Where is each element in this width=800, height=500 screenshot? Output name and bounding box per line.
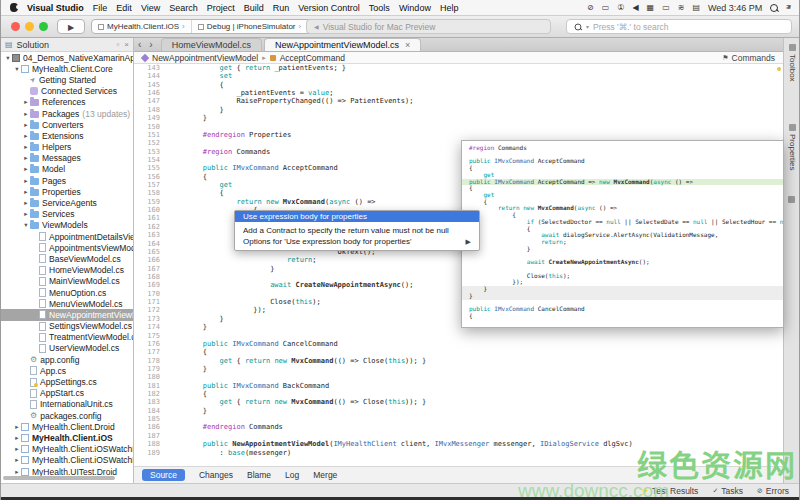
tree-item-settingsviewmodel-cs[interactable]: SettingsViewModel.cs (1, 321, 133, 332)
statusbar-test-results[interactable]: ⚡Test Results (640, 486, 698, 496)
display-icon[interactable]: ▭ (602, 3, 610, 13)
vcs-tab-merge[interactable]: Merge (313, 470, 337, 480)
menu-help[interactable]: Help (440, 3, 459, 13)
run-button[interactable]: ▶ (57, 19, 85, 34)
expander-icon[interactable]: ▸ (22, 177, 30, 185)
expander-icon[interactable]: ▸ (22, 188, 30, 196)
menu-visual-studio[interactable]: Visual Studio (27, 3, 84, 13)
menu-view[interactable]: View (141, 3, 160, 13)
expander-icon[interactable]: ▸ (22, 121, 30, 129)
tab-newappointmentviewmodel-cs[interactable]: NewAppointmentViewModel.cs× (264, 38, 421, 51)
menu-version-control[interactable]: Version Control (298, 3, 360, 13)
tree-item-services[interactable]: ▸Services (1, 209, 133, 220)
battery-icon[interactable]: ▤ (692, 3, 700, 13)
expander-icon[interactable]: ▸ (22, 210, 30, 218)
menubar-clock[interactable]: Wed 3:46 PM (708, 3, 762, 13)
expander-icon[interactable]: ▸ (22, 199, 30, 207)
tree-item-properties[interactable]: ▸Properties (1, 186, 133, 197)
expander-icon[interactable]: ▸ (13, 434, 21, 442)
tree-item-extensions[interactable]: ▸Extensions (1, 130, 133, 141)
apple-icon[interactable] (10, 3, 18, 12)
tree-item-myhealth-client-ioswatchkitapp[interactable]: ▸MyHealth.Client.iOSWatchKitApp (1, 444, 133, 455)
panel-tab-properties[interactable]: Properties (788, 124, 797, 170)
tree-item-myhealth-client-droid[interactable]: ▸MyHealth.Client.Droid (1, 421, 133, 432)
wifi-icon[interactable]: ≋ (678, 3, 685, 13)
panel-tab-icon[interactable] (788, 196, 795, 203)
breadcrumb-member[interactable]: AcceptCommand (280, 53, 345, 63)
do-not-disturb-icon[interactable]: ⊘ (587, 3, 594, 13)
minimize-window-button[interactable] (25, 22, 34, 31)
tree-item-converters[interactable]: ▸Converters (1, 119, 133, 130)
popup-item-add-a-contract-to-specify-the-return-value-must-not-be-null[interactable]: Add a Contract to specify the return val… (235, 226, 479, 237)
expander-icon[interactable]: ▸ (22, 154, 30, 162)
airplay-display-icon[interactable]: ▭ (662, 3, 670, 13)
tree-item-serviceagents[interactable]: ▸ServiceAgents (1, 197, 133, 208)
tree-item-appsettings-cs[interactable]: AppSettings.cs (1, 376, 133, 387)
spotlight-search-icon[interactable] (770, 4, 778, 12)
vcs-tab-log[interactable]: Log (285, 470, 299, 480)
tree-item-appstart-cs[interactable]: AppStart.cs (1, 388, 133, 399)
tree-item-menuoption-cs[interactable]: MenuOption.cs (1, 287, 133, 298)
tab-overflow-icon[interactable]: ▾ (787, 3, 791, 11)
tree-item-userviewmodel-cs[interactable]: UserViewModel.cs (1, 343, 133, 354)
zoom-window-button[interactable] (39, 22, 48, 31)
expander-icon[interactable]: ▸ (13, 445, 21, 453)
notification-one-icon[interactable]: ① (617, 3, 624, 13)
expander-icon[interactable]: ▸ (22, 165, 30, 173)
tree-item-homeviewmodel-cs[interactable]: HomeViewModel.cs (1, 265, 133, 276)
menu-run[interactable]: Run (273, 3, 290, 13)
tree-item-appointmentdetailsviewmodel-cs[interactable]: AppointmentDetailsViewModel.cs (1, 231, 133, 242)
tree-item-connected-services[interactable]: Connected Services (1, 86, 133, 97)
notification-message[interactable]: ◀ Visual Studio for Mac Preview (306, 19, 551, 34)
tree-item-helpers[interactable]: ▸Helpers (1, 142, 133, 153)
breadcrumb-class[interactable]: NewAppointmentViewModel (152, 53, 258, 63)
close-tab-icon[interactable]: × (405, 40, 410, 50)
popup-selected-item[interactable]: Use expression body for properties (235, 211, 479, 222)
expander-icon[interactable]: ▸ (22, 110, 30, 118)
tree-item-packages[interactable]: ▸Packages(13 updates) (1, 108, 133, 119)
expander-icon[interactable]: ▾ (4, 54, 12, 62)
tab-homeviewmodel-cs[interactable]: HomeViewModel.cs (161, 38, 262, 51)
keyboard-icon[interactable]: ▦ (647, 3, 655, 13)
dock-pad-icon[interactable]: ▫ (116, 40, 119, 49)
build-configuration-selector[interactable]: Debug | iPhoneSimulator › (191, 20, 307, 33)
menu-file[interactable]: File (93, 3, 108, 13)
expander-icon[interactable]: ▸ (22, 98, 30, 106)
tree-item-appointmentsviewmodel-cs[interactable]: AppointmentsViewModel.cs (1, 242, 133, 253)
expander-icon[interactable]: ▾ (13, 65, 21, 73)
tree-item-messages[interactable]: ▸Messages (1, 153, 133, 164)
tree-item-pages[interactable]: ▸Pages (1, 175, 133, 186)
expander-icon[interactable]: ▾ (22, 221, 30, 229)
vcs-tab-changes[interactable]: Changes (199, 470, 233, 480)
global-search-input[interactable]: ▾ Press '⌘.' to search (566, 19, 792, 34)
tree-item-viewmodels[interactable]: ▾ViewModels (1, 220, 133, 231)
panel-tab-toolbox[interactable]: Toolbox (788, 44, 797, 82)
tree-item-treatmentviewmodel-cs[interactable]: TreatmentViewModel.cs (1, 332, 133, 343)
tree-item-packages-config[interactable]: ⚙packages.config (1, 410, 133, 421)
expander-icon[interactable]: ▸ (22, 143, 30, 151)
expander-icon[interactable]: ▸ (22, 132, 30, 140)
tree-item-references[interactable]: ▸References (1, 97, 133, 108)
horizontal-scrollbar[interactable] (3, 476, 115, 480)
menu-build[interactable]: Build (244, 3, 264, 13)
tree-item-app-cs[interactable]: App.cs (1, 365, 133, 376)
navigate-forward-icon[interactable]: › (145, 38, 156, 51)
tree-item-myhealth-client-ios[interactable]: ▸MyHealth.Client.iOS (1, 432, 133, 443)
expander-icon[interactable]: ▸ (13, 456, 21, 464)
tree-item-myhealth-client-ioswatchkitextension[interactable]: ▸MyHealth.Client.iOSWatchKitExtension (1, 455, 133, 466)
expander-icon[interactable]: ▸ (13, 468, 21, 476)
tree-item-myhealth-client-core[interactable]: ▾MyHealth.Client.Core (1, 63, 133, 74)
popup-item-options-for-use-expression-body-for-properties[interactable]: Options for 'Use expression body for pro… (235, 237, 479, 248)
breadcrumb-region[interactable]: ⚑ Commands (722, 53, 775, 63)
tree-item-mainviewmodel-cs[interactable]: MainViewModel.cs (1, 276, 133, 287)
tree-item-menuviewmodel-cs[interactable]: MenuViewModel.cs (1, 298, 133, 309)
tree-item-model[interactable]: ▸Model (1, 164, 133, 175)
menu-search[interactable]: Search (169, 3, 198, 13)
menu-tools[interactable]: Tools (369, 3, 390, 13)
tree-item-app-config[interactable]: ⚙app.config (1, 354, 133, 365)
navigate-back-icon[interactable]: ‹ (134, 38, 145, 51)
tree-item-getting-started[interactable]: ➤Getting Started (1, 74, 133, 85)
tree-item-internationalunit-cs[interactable]: InternationalUnit.cs (1, 399, 133, 410)
tree-item-baseviewmodel-cs[interactable]: BaseViewModel.cs (1, 253, 133, 264)
tree-item-newappointmentviewmodel-cs[interactable]: NewAppointmentViewModel.cs (1, 309, 133, 320)
